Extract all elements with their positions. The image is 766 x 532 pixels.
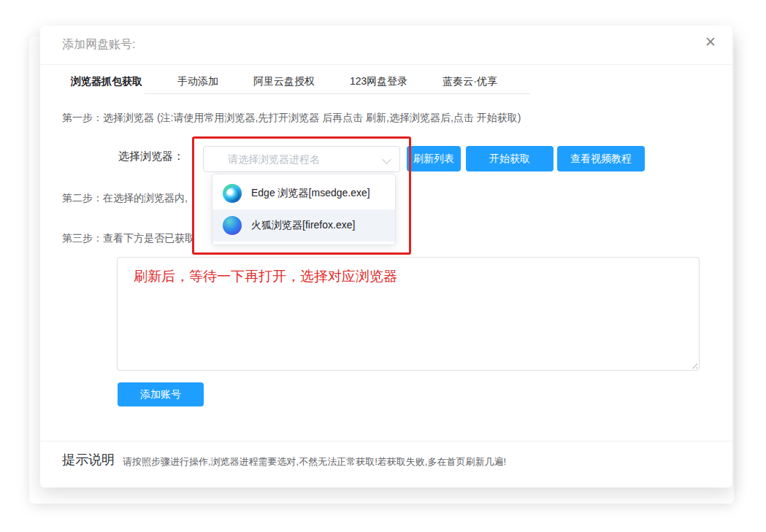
- tab-aliyun-auth[interactable]: 阿里云盘授权: [253, 75, 315, 88]
- step1-label: 第一步：: [62, 112, 103, 123]
- step2-label: 第二步：: [62, 192, 103, 204]
- footer-title: 提示说明: [62, 451, 115, 469]
- browser-dropdown-panel: Edge 浏览器[msedge.exe] 火狐浏览器[firefox.exe]: [212, 174, 396, 245]
- tab-lanzou-premium[interactable]: 蓝奏云·优享: [443, 75, 497, 88]
- footer-text: 请按照步骤进行操作,浏览器进程需要选对,不然无法正常获取!若获取失败,多在首页刷…: [123, 455, 506, 469]
- step3-text: 查看下方是否已获取: [103, 232, 195, 244]
- dropdown-item-label: Edge 浏览器[msedge.exe]: [251, 187, 370, 200]
- close-icon[interactable]: ✕: [705, 35, 716, 49]
- dropdown-item-edge[interactable]: Edge 浏览器[msedge.exe]: [212, 177, 395, 209]
- dropdown-item-label: 火狐浏览器[firefox.exe]: [251, 219, 355, 232]
- dialog-header: 添加网盘账号: ✕: [40, 26, 732, 65]
- browser-select-placeholder: 请选择浏览器进程名: [228, 153, 320, 166]
- dialog-footer: 提示说明 请按照步骤进行操作,浏览器进程需要选对,不然无法正常获取!若获取失败,…: [40, 441, 732, 488]
- browser-select-label: 选择浏览器：: [118, 150, 184, 163]
- resize-grip-icon[interactable]: [690, 361, 697, 369]
- step1-text: 选择浏览器 (注:请使用常用浏览器,先打开浏览器 后再点击 刷新,选择浏览器后,…: [103, 112, 521, 123]
- video-tutorial-button[interactable]: 查看视频教程: [557, 146, 645, 171]
- step3-row: 第三步：查看下方是否已获取: [62, 232, 195, 245]
- edge-browser-icon: [223, 184, 242, 203]
- step2-row: 第二步：在选择的浏览器内,: [62, 192, 188, 205]
- firefox-browser-icon: [223, 216, 242, 235]
- browser-select[interactable]: 请选择浏览器进程名: [203, 146, 400, 172]
- add-account-button[interactable]: 添加账号: [118, 382, 204, 406]
- tab-123pan-login[interactable]: 123网盘登录: [350, 75, 407, 88]
- tab-underline: [145, 93, 530, 94]
- tab-manual-add[interactable]: 手动添加: [177, 75, 218, 88]
- annotation-note: 刷新后，等待一下再打开，选择对应浏览器: [134, 267, 397, 286]
- start-capture-button[interactable]: 开始获取: [466, 146, 554, 171]
- tab-browser-capture[interactable]: 浏览器抓包获取: [71, 75, 142, 88]
- dialog-title: 添加网盘账号:: [62, 37, 135, 53]
- dropdown-item-firefox[interactable]: 火狐浏览器[firefox.exe]: [212, 209, 395, 242]
- step3-label: 第三步：: [62, 232, 103, 244]
- refresh-list-button[interactable]: 刷新列表: [407, 146, 461, 171]
- add-netdisk-account-dialog: 添加网盘账号: ✕ 浏览器抓包获取 手动添加 阿里云盘授权 123网盘登录 蓝奏…: [40, 26, 732, 487]
- tab-bar: 浏览器抓包获取 手动添加 阿里云盘授权 123网盘登录 蓝奏云·优享: [71, 69, 497, 93]
- step1-row: 第一步：选择浏览器 (注:请使用常用浏览器,先打开浏览器 后再点击 刷新,选择浏…: [62, 112, 521, 125]
- chevron-down-icon: [382, 155, 391, 164]
- step2-text: 在选择的浏览器内,: [103, 192, 188, 204]
